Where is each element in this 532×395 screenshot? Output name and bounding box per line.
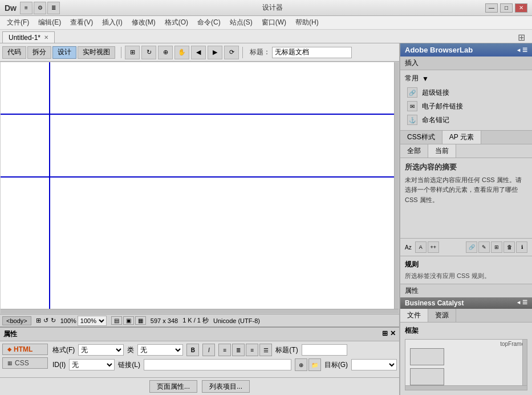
view-btn-1[interactable]: ▤ — [111, 316, 122, 325]
status-icon-2[interactable]: ↺ — [43, 317, 48, 324]
menu-edit[interactable]: 编辑(E) — [34, 17, 66, 29]
frame-box-1[interactable] — [410, 348, 444, 365]
menu-icon-1[interactable]: ≡ — [20, 2, 33, 14]
tab-label: Untitled-1* — [9, 34, 40, 42]
page-props-button[interactable]: 页面属性... — [149, 380, 197, 393]
toolbar-btn-reload[interactable]: ⟳ — [224, 46, 239, 59]
view-btn-3[interactable]: ▦ — [135, 316, 146, 325]
expand-panel-icon[interactable]: ⊞ — [513, 32, 530, 43]
menu-command[interactable]: 命令(C) — [193, 17, 225, 29]
frames-section: 框架 topFrame — [400, 323, 532, 395]
align-right-icon[interactable]: ≡ — [246, 344, 258, 356]
attrs-copy-icon[interactable]: ⊞ — [491, 241, 502, 253]
title-input[interactable] — [272, 47, 352, 58]
html-button[interactable]: ◆ HTML — [2, 344, 48, 355]
tab-design[interactable]: 设计 — [52, 46, 76, 59]
css-button[interactable]: ▦ CSS — [2, 357, 48, 369]
common-row: 常用 ▼ — [405, 74, 527, 83]
tab-split[interactable]: 拆分 — [27, 46, 51, 59]
tab-live-view[interactable]: 实时视图 — [78, 46, 115, 59]
class-select[interactable]: 无 — [137, 344, 183, 356]
attrs-del-icon[interactable]: 🗑 — [503, 241, 515, 253]
frames-scrollbar[interactable] — [522, 340, 527, 390]
props-type-selector: ◆ HTML ▦ CSS — [2, 344, 48, 375]
attrs-link-icon[interactable]: 🔗 — [466, 241, 477, 253]
attrs-edit-icon[interactable]: ✎ — [478, 241, 490, 253]
menu-view[interactable]: 查看(V) — [66, 17, 98, 29]
props-expand-icon[interactable]: ⊞ — [382, 329, 388, 339]
common-dropdown-icon[interactable]: ▼ — [422, 75, 429, 83]
menu-help[interactable]: 帮助(H) — [291, 17, 323, 29]
menu-format[interactable]: 格式(O) — [160, 17, 193, 29]
frame-top-label: topFrame — [500, 341, 525, 347]
tab-close-icon[interactable]: ✕ — [44, 34, 48, 41]
panel-item-anchor[interactable]: ⚓ 命名锚记 — [405, 113, 527, 127]
bold-button[interactable]: B — [186, 344, 199, 356]
link-folder-icon[interactable]: 📁 — [308, 358, 321, 371]
menu-site[interactable]: 站点(S) — [225, 17, 257, 29]
toolbar-sep-2 — [242, 47, 243, 58]
align-left-icon[interactable]: ≡ — [218, 344, 231, 356]
view-btn-2[interactable]: ▣ — [123, 316, 134, 325]
status-icon-3[interactable]: ↻ — [51, 317, 56, 324]
props-close-icon[interactable]: ✕ — [390, 329, 396, 339]
menu-file[interactable]: 文件(F) — [2, 17, 34, 29]
canvas-scrollbar-h[interactable] — [1, 309, 399, 313]
frames-scrollbar-h[interactable] — [405, 385, 527, 390]
browse-link-icon[interactable]: ⊕ — [295, 358, 307, 371]
window-controls: — □ ✕ — [485, 3, 527, 13]
status-icon-1[interactable]: ⊞ — [36, 317, 41, 324]
toolbar-btn-refresh[interactable]: ↻ — [141, 46, 156, 59]
target-select[interactable] — [351, 359, 397, 370]
all-tab[interactable]: 全部 — [400, 144, 428, 158]
align-center-icon[interactable]: ≣ — [232, 344, 245, 356]
menu-icon-3[interactable]: ≣ — [47, 2, 60, 14]
attrs-info-icon[interactable]: ℹ — [516, 241, 527, 253]
zoom-select[interactable]: 100% — [78, 316, 107, 326]
canvas-scrollbar-v[interactable] — [394, 62, 399, 313]
current-tab[interactable]: 当前 — [428, 144, 456, 158]
align-justify-icon[interactable]: ☰ — [259, 344, 272, 356]
attrs-icon-1[interactable]: A — [415, 241, 427, 253]
panel-item-email[interactable]: ✉ 电子邮件链接 — [405, 99, 527, 113]
bc-tab-files[interactable]: 文件 — [400, 309, 428, 322]
status-bar: <body> ⊞ ↺ ↻ 100% 100% ▤ ▣ ▦ 597 x 348 1… — [0, 314, 399, 327]
id-select[interactable]: 无 — [69, 359, 115, 370]
props-body: ◆ HTML ▦ CSS 格式(F) 无 类 — [0, 341, 399, 377]
attrs-icon-2[interactable]: ++ — [428, 241, 439, 253]
format-select[interactable]: 无 — [78, 344, 124, 356]
maximize-button[interactable]: □ — [500, 3, 513, 13]
attrs-toolbar: Az A ++ 🔗 ✎ ⊞ 🗑 ℹ — [400, 238, 532, 256]
menu-modify[interactable]: 修改(M) — [127, 17, 160, 29]
toolbar-btn-hand[interactable]: ✋ — [174, 46, 189, 59]
toolbar-btn-copy[interactable]: ⊞ — [125, 46, 140, 59]
toolbar-btn-prev[interactable]: ◀ — [191, 46, 206, 59]
minimize-button[interactable]: — — [485, 3, 498, 13]
italic-button[interactable]: I — [202, 344, 215, 356]
css-tab[interactable]: CSS样式 — [400, 131, 442, 144]
browserlab-expand[interactable]: ◂ — [517, 47, 520, 53]
bc-expand[interactable]: ◂ — [517, 299, 520, 307]
ap-elements-tab[interactable]: AP 元素 — [442, 131, 481, 144]
menu-icon-2[interactable]: ⚙ — [34, 2, 46, 14]
canvas-h-line-1 — [1, 114, 399, 115]
toolbar-sep-1 — [121, 47, 121, 58]
status-tag[interactable]: <body> — [2, 316, 31, 325]
list-item-button[interactable]: 列表项目... — [202, 380, 250, 393]
browserlab-options[interactable]: ☰ — [522, 47, 527, 53]
bc-options[interactable]: ☰ — [522, 299, 527, 307]
close-button[interactable]: ✕ — [515, 3, 527, 13]
link-input[interactable] — [144, 359, 291, 370]
props-bottom: 页面属性... 列表项目... — [0, 377, 399, 395]
title-field[interactable] — [302, 344, 347, 356]
bc-tab-resources[interactable]: 资源 — [428, 309, 456, 322]
panel-item-hyperlink[interactable]: 🔗 超级链接 — [405, 86, 527, 99]
menu-insert[interactable]: 插入(I) — [98, 17, 127, 29]
menu-window[interactable]: 窗口(W) — [257, 17, 291, 29]
tab-untitled[interactable]: Untitled-1* ✕ — [2, 31, 55, 43]
frame-box-2[interactable] — [410, 368, 444, 385]
toolbar-btn-next[interactable]: ▶ — [208, 46, 222, 59]
tab-code[interactable]: 代码 — [2, 46, 26, 59]
toolbar-btn-zoom[interactable]: ⊕ — [158, 46, 173, 59]
status-zoom[interactable]: 100% 100% — [60, 316, 107, 326]
